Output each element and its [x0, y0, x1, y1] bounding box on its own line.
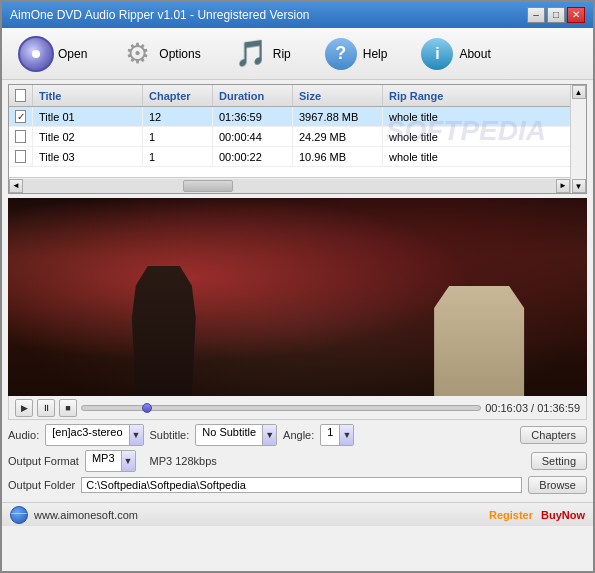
- row1-size: 3967.88 MB: [293, 107, 383, 126]
- row1-rip-range: whole title: [383, 107, 586, 126]
- row2-chapter: 1: [143, 127, 213, 146]
- table-row[interactable]: Title 02 1 00:00:44 24.29 MB whole title: [9, 127, 586, 147]
- header-size: Size: [293, 85, 383, 106]
- help-label: Help: [363, 47, 388, 61]
- chapters-button[interactable]: Chapters: [520, 426, 587, 444]
- table-row[interactable]: ✓ Title 01 12 01:36:59 3967.88 MB whole …: [9, 107, 586, 127]
- open-label: Open: [58, 47, 87, 61]
- close-button[interactable]: ✕: [567, 7, 585, 23]
- table-row[interactable]: Title 03 1 00:00:22 10.96 MB whole title: [9, 147, 586, 167]
- output-folder-row: Output Folder Browse: [8, 476, 587, 494]
- angle-dropdown[interactable]: 1 ▼: [320, 424, 354, 446]
- info-icon: i: [419, 36, 455, 72]
- row2-title: Title 02: [33, 127, 143, 146]
- angle-value: 1: [321, 425, 339, 445]
- header-chapter: Chapter: [143, 85, 213, 106]
- output-format-dropdown[interactable]: MP3 ▼: [85, 450, 136, 472]
- toolbar: Open ⚙ Options 🎵 Rip ? Help i About: [2, 28, 593, 80]
- row3-rip-range: whole title: [383, 147, 586, 166]
- title-table: Title Chapter Duration Size Rip Range ✓ …: [8, 84, 587, 194]
- video-frame: [8, 198, 587, 396]
- status-bar: www.aimonesoft.com Register BuyNow: [2, 502, 593, 526]
- video-controls: ▶ ⏸ ■ 00:16:03 / 01:36:59: [8, 396, 587, 420]
- play-button[interactable]: ▶: [15, 399, 33, 417]
- status-left: www.aimonesoft.com: [10, 506, 138, 524]
- seek-thumb[interactable]: [142, 403, 152, 413]
- select-all-checkbox[interactable]: [15, 89, 26, 102]
- audio-dropdown[interactable]: [en]ac3-stereo ▼: [45, 424, 143, 446]
- output-format-row: Output Format MP3 ▼ MP3 128kbps Setting: [8, 450, 587, 472]
- globe-icon: [10, 506, 28, 524]
- header-duration: Duration: [213, 85, 293, 106]
- row3-chapter: 1: [143, 147, 213, 166]
- video-preview: [8, 198, 587, 396]
- bottom-controls: Audio: [en]ac3-stereo ▼ Subtitle: No Sub…: [2, 420, 593, 502]
- scroll-right-button[interactable]: ►: [556, 179, 570, 193]
- buynow-link[interactable]: BuyNow: [541, 509, 585, 521]
- audio-label: Audio:: [8, 429, 39, 441]
- register-link[interactable]: Register: [489, 509, 533, 521]
- rip-button[interactable]: 🎵 Rip: [225, 32, 299, 76]
- setting-button[interactable]: Setting: [531, 452, 587, 470]
- subtitle-value: No Subtitle: [196, 425, 262, 445]
- stop-button[interactable]: ■: [59, 399, 77, 417]
- scroll-track[interactable]: [23, 179, 556, 193]
- row3-size: 10.96 MB: [293, 147, 383, 166]
- table-scrollbar[interactable]: ▲ ▼: [570, 85, 586, 193]
- header-title: Title: [33, 85, 143, 106]
- output-folder-label: Output Folder: [8, 479, 75, 491]
- subtitle-dropdown-arrow[interactable]: ▼: [262, 425, 276, 445]
- about-label: About: [459, 47, 490, 61]
- audio-dropdown-arrow[interactable]: ▼: [129, 425, 143, 445]
- music-note-icon: 🎵: [233, 36, 269, 72]
- row2-size: 24.29 MB: [293, 127, 383, 146]
- subtitle-dropdown[interactable]: No Subtitle ▼: [195, 424, 277, 446]
- maximize-button[interactable]: □: [547, 7, 565, 23]
- output-format-label: Output Format: [8, 455, 79, 467]
- question-mark-icon: ?: [323, 36, 359, 72]
- row2-check[interactable]: [9, 127, 33, 146]
- pause-button[interactable]: ⏸: [37, 399, 55, 417]
- options-label: Options: [159, 47, 200, 61]
- table-header: Title Chapter Duration Size Rip Range: [9, 85, 586, 107]
- horizontal-scrollbar[interactable]: ◄ ►: [9, 177, 570, 193]
- header-check: [9, 85, 33, 106]
- window-controls: – □ ✕: [527, 7, 585, 23]
- help-button[interactable]: ? Help: [315, 32, 396, 76]
- row1-title: Title 01: [33, 107, 143, 126]
- row1-chapter: 12: [143, 107, 213, 126]
- open-button[interactable]: Open: [10, 32, 95, 76]
- output-format-dropdown-arrow[interactable]: ▼: [121, 451, 135, 471]
- figure-right: [429, 286, 529, 396]
- scroll-down-button[interactable]: ▼: [572, 179, 586, 193]
- output-format-value: MP3: [86, 451, 121, 471]
- audio-row: Audio: [en]ac3-stereo ▼ Subtitle: No Sub…: [8, 424, 587, 446]
- output-format-info: MP3 128kbps: [150, 455, 217, 467]
- figure-left: [124, 266, 204, 396]
- seek-bar[interactable]: [81, 405, 481, 411]
- rip-label: Rip: [273, 47, 291, 61]
- scroll-left-button[interactable]: ◄: [9, 179, 23, 193]
- scroll-thumb[interactable]: [183, 180, 233, 192]
- about-button[interactable]: i About: [411, 32, 498, 76]
- scroll-up-button[interactable]: ▲: [572, 85, 586, 99]
- row3-title: Title 03: [33, 147, 143, 166]
- row3-duration: 00:00:22: [213, 147, 293, 166]
- header-rip-range: Rip Range: [383, 85, 586, 106]
- title-bar: AimOne DVD Audio Ripper v1.01 - Unregist…: [2, 2, 593, 28]
- row1-check[interactable]: ✓: [9, 107, 33, 126]
- window-title: AimOne DVD Audio Ripper v1.01 - Unregist…: [10, 8, 309, 22]
- minimize-button[interactable]: –: [527, 7, 545, 23]
- row3-check[interactable]: [9, 147, 33, 166]
- audio-value: [en]ac3-stereo: [46, 425, 128, 445]
- options-button[interactable]: ⚙ Options: [111, 32, 208, 76]
- angle-dropdown-arrow[interactable]: ▼: [339, 425, 353, 445]
- output-folder-path[interactable]: [81, 477, 522, 493]
- main-window: AimOne DVD Audio Ripper v1.01 - Unregist…: [0, 0, 595, 573]
- browse-button[interactable]: Browse: [528, 476, 587, 494]
- status-right: Register BuyNow: [489, 509, 585, 521]
- status-url: www.aimonesoft.com: [34, 509, 138, 521]
- table-body: ✓ Title 01 12 01:36:59 3967.88 MB whole …: [9, 107, 586, 187]
- subtitle-label: Subtitle:: [150, 429, 190, 441]
- row1-duration: 01:36:59: [213, 107, 293, 126]
